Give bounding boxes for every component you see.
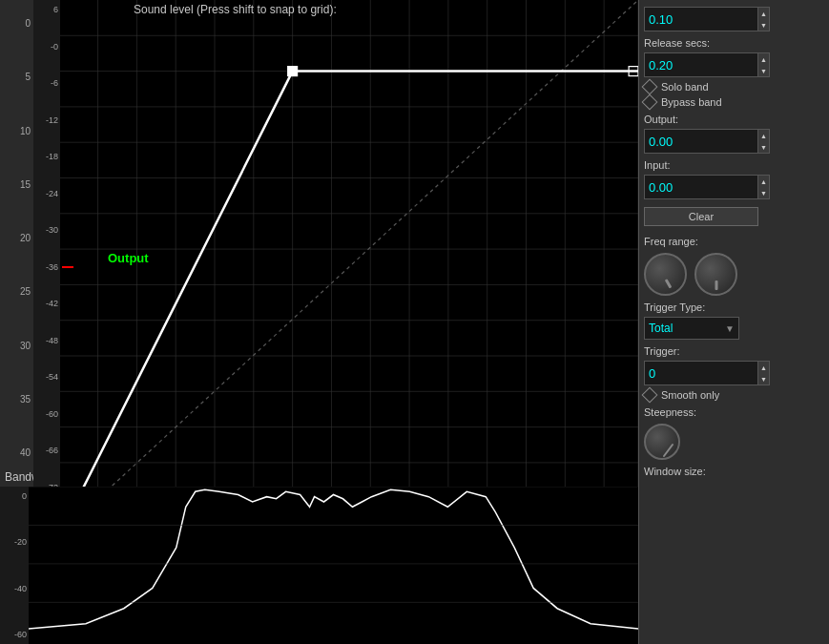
trigger-row: ▲ ▼ <box>644 361 824 385</box>
smooth-only-checkbox[interactable] <box>642 387 658 404</box>
svg-rect-30 <box>288 67 298 76</box>
input-spin-down[interactable]: ▼ <box>758 187 769 198</box>
dropdown-arrow-icon: ▼ <box>725 323 735 334</box>
graph-wrapper: 6 -0 -6 -12 -18 -24 -30 -36 -42 -48 -54 … <box>33 0 638 534</box>
trigger-spin-down[interactable]: ▼ <box>758 373 769 384</box>
trigger-spin[interactable]: ▲ ▼ <box>758 361 770 385</box>
output-row: ▲ ▼ <box>644 129 824 154</box>
bandwidth-y-labels: 0 -20 -40 -60 <box>0 487 29 644</box>
bypass-band-row[interactable]: Bypass band <box>644 96 824 108</box>
sound-level-row: ▲ ▼ <box>644 7 824 31</box>
sound-level-spin-down[interactable]: ▼ <box>758 19 769 31</box>
outer-y-label-40: 40 <box>20 448 31 458</box>
graph-svg <box>60 0 638 534</box>
bandwidth-graph[interactable]: 0 -20 -40 -60 <box>0 487 638 644</box>
release-input[interactable] <box>644 52 758 77</box>
solo-band-row[interactable]: Solo band <box>644 81 824 93</box>
release-spin[interactable]: ▲ ▼ <box>758 52 770 77</box>
trigger-type-value: Total <box>649 322 673 335</box>
steepness-knob-container <box>644 424 824 460</box>
output-spin[interactable]: ▲ ▼ <box>758 129 770 154</box>
output-spin-down[interactable]: ▼ <box>758 141 769 153</box>
solo-band-checkbox[interactable] <box>642 79 658 95</box>
red-marker <box>62 266 73 268</box>
output-section-label: Output: <box>644 114 824 125</box>
release-label: Release secs: <box>644 37 824 49</box>
svg-line-36 <box>664 445 673 456</box>
outer-y-label-0: 0 <box>25 19 31 29</box>
release-row: ▲ ▼ <box>644 52 824 77</box>
input-input-group: ▲ ▼ <box>644 175 770 199</box>
steepness-knob[interactable] <box>644 424 680 460</box>
graph-container: 6 -0 -6 -12 -18 -24 -30 -36 -42 -48 -54 … <box>33 0 638 467</box>
trigger-input[interactable] <box>644 361 758 385</box>
outer-y-label-20: 20 <box>20 234 31 243</box>
sound-level-input[interactable] <box>644 7 758 31</box>
trigger-spin-up[interactable]: ▲ <box>758 362 769 373</box>
inner-y-axis: 6 -0 -6 -12 -18 -24 -30 -36 -42 -48 -54 … <box>33 0 60 534</box>
input-value-input[interactable] <box>644 175 758 199</box>
input-row: ▲ ▼ <box>644 175 824 199</box>
release-spin-down[interactable]: ▼ <box>758 65 769 76</box>
outer-y-label-15: 15 <box>20 180 31 190</box>
outer-y-label-35: 35 <box>20 395 31 405</box>
release-spin-up[interactable]: ▲ <box>758 53 769 65</box>
knob1-indicator <box>664 279 672 288</box>
svg-line-29 <box>60 0 638 534</box>
bypass-band-label: Bypass band <box>661 96 722 108</box>
output-input-group: ▲ ▼ <box>644 129 770 154</box>
bottom-section: Bandwidth: 0 -20 -40 -60 <box>0 467 638 644</box>
outer-y-label-10: 10 <box>20 127 31 136</box>
outer-y-axis: 0 5 10 15 20 25 30 35 40 <box>0 0 33 467</box>
window-size-label: Window size: <box>644 466 824 477</box>
bypass-band-checkbox[interactable] <box>642 94 658 111</box>
knob-container <box>644 253 824 296</box>
bandwidth-svg <box>29 487 638 644</box>
input-spin[interactable]: ▲ ▼ <box>758 175 770 199</box>
output-graph-label: Output <box>108 251 149 265</box>
trigger-type-label: Trigger Type: <box>644 301 824 313</box>
sound-level-spin-up[interactable]: ▲ <box>758 8 769 19</box>
steepness-label: Steepness: <box>644 406 824 418</box>
knob2-indicator <box>715 280 717 290</box>
main-container: 0 5 10 15 20 25 30 35 40 6 -0 -6 - <box>0 0 829 644</box>
freq-range-knob-2[interactable] <box>694 253 737 296</box>
trigger-label: Trigger: <box>644 345 824 357</box>
clear-container: Clear <box>644 207 824 226</box>
clear-button[interactable]: Clear <box>644 207 758 226</box>
graph-canvas[interactable]: Output Input <box>60 0 638 534</box>
sound-level-input-group: ▲ ▼ <box>644 7 770 31</box>
sound-level-spin[interactable]: ▲ ▼ <box>758 7 770 31</box>
input-spin-up[interactable]: ▲ <box>758 176 769 187</box>
smooth-only-row[interactable]: Smooth only <box>644 389 824 401</box>
top-section: 0 5 10 15 20 25 30 35 40 6 -0 -6 - <box>0 0 638 467</box>
right-panel: ▲ ▼ Release secs: ▲ ▼ Solo band Byp <box>638 0 829 644</box>
left-panel: 0 5 10 15 20 25 30 35 40 6 -0 -6 - <box>0 0 638 644</box>
smooth-only-label: Smooth only <box>661 389 719 401</box>
trigger-type-row: Total ▼ <box>644 317 824 340</box>
steepness-knob-svg <box>646 426 682 462</box>
output-spin-up[interactable]: ▲ <box>758 130 769 141</box>
output-input[interactable] <box>644 129 758 154</box>
freq-range-knob-1[interactable] <box>644 253 687 296</box>
release-input-group: ▲ ▼ <box>644 52 770 77</box>
trigger-input-group: ▲ ▼ <box>644 361 770 385</box>
solo-band-label: Solo band <box>661 81 709 93</box>
freq-range-label: Freq range: <box>644 236 824 247</box>
outer-y-label-5: 5 <box>25 73 31 82</box>
input-section-label: Input: <box>644 159 824 171</box>
outer-y-label-30: 30 <box>20 342 31 351</box>
trigger-type-dropdown[interactable]: Total ▼ <box>644 317 739 340</box>
outer-y-label-25: 25 <box>20 287 31 297</box>
